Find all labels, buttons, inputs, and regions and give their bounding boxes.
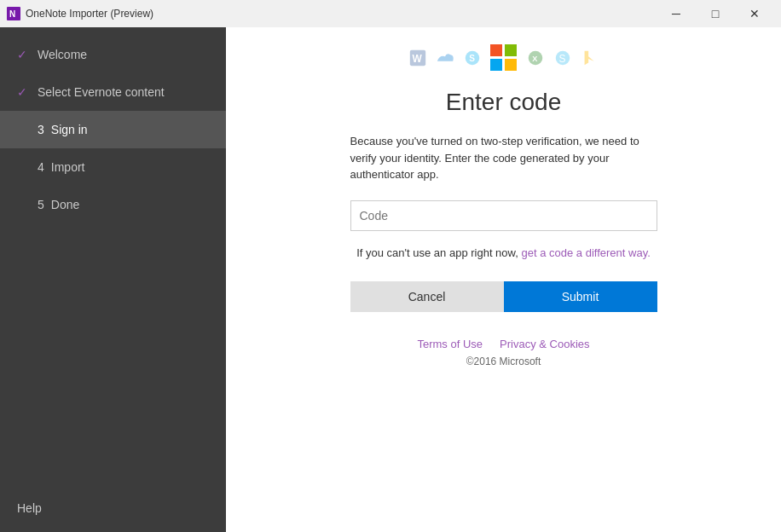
microsoft-logo (490, 44, 518, 72)
sidebar-label-signin: Sign in (51, 123, 88, 136)
sidebar-num-done: 5 (38, 198, 44, 211)
check-icon-select: ✓ (17, 85, 31, 99)
title-bar: N OneNote Importer (Preview) ─ □ ✕ (0, 0, 781, 27)
check-icon-welcome: ✓ (17, 48, 31, 61)
description-text: Because you've turned on two-step verifi… (350, 133, 657, 183)
sidebar-label-done: Done (51, 198, 79, 211)
sidebar-label-welcome: Welcome (38, 48, 87, 61)
onedrive-icon (436, 49, 454, 67)
page-heading: Enter code (446, 89, 561, 116)
maximize-button[interactable]: □ (696, 0, 735, 27)
svg-text:S: S (469, 54, 475, 63)
sidebar-item-signin[interactable]: ✓ 3 Sign in (0, 111, 226, 148)
alt-code-link[interactable]: get a code a different way. (522, 246, 651, 259)
skype2-icon: S (553, 49, 572, 67)
sidebar-num-import: 4 (38, 160, 44, 174)
terms-of-use-link[interactable]: Terms of Use (417, 338, 483, 350)
sidebar-label-select: Select Evernote content (38, 85, 165, 99)
action-buttons: Cancel Submit (350, 281, 657, 312)
footer-links: Terms of Use Privacy & Cookies (417, 338, 589, 350)
ms-logo-red (490, 44, 502, 56)
word-icon: W (408, 49, 427, 67)
close-button[interactable]: ✕ (735, 0, 774, 27)
help-link[interactable]: Help (0, 484, 226, 532)
svg-text:W: W (412, 53, 422, 65)
sidebar-nav: ✓ Welcome ✓ Select Evernote content ✓ 3 … (0, 27, 226, 484)
alt-code-text: If you can't use an app right now, get a… (356, 245, 651, 262)
alt-code-prefix: If you can't use an app right now, (356, 246, 518, 259)
ms-logo-yellow (505, 59, 517, 71)
code-input[interactable] (350, 200, 657, 231)
sidebar: ✓ Welcome ✓ Select Evernote content ✓ 3 … (0, 27, 226, 532)
minimize-button[interactable]: ─ (657, 0, 696, 27)
sidebar-item-import[interactable]: ✓ 4 Import (0, 148, 226, 186)
svg-text:X: X (532, 55, 538, 63)
content-panel: W S X (226, 27, 781, 532)
sidebar-num-signin: 3 (38, 123, 44, 136)
title-bar-left: N OneNote Importer (Preview) (7, 7, 153, 20)
bing-icon (581, 49, 599, 67)
cancel-button[interactable]: Cancel (350, 281, 504, 312)
ms-logo-green (505, 44, 517, 56)
title-bar-title: OneNote Importer (Preview) (26, 8, 153, 20)
sidebar-item-welcome[interactable]: ✓ Welcome (0, 36, 226, 73)
skype-icon: S (463, 49, 482, 67)
title-bar-controls: ─ □ ✕ (657, 0, 774, 27)
sidebar-item-done[interactable]: ✓ 5 Done (0, 186, 226, 223)
app-icon: N (7, 7, 20, 20)
sidebar-item-select[interactable]: ✓ Select Evernote content (0, 73, 226, 111)
svg-text:N: N (9, 9, 15, 19)
main-container: ✓ Welcome ✓ Select Evernote content ✓ 3 … (0, 27, 781, 532)
submit-button[interactable]: Submit (504, 281, 657, 312)
svg-marker-10 (584, 51, 593, 66)
product-icons-row: W S X (408, 44, 599, 72)
ms-logo-blue (490, 59, 502, 71)
copyright-text: ©2016 Microsoft (466, 356, 541, 367)
svg-text:S: S (558, 53, 565, 65)
xbox-icon: X (526, 49, 545, 67)
sidebar-label-import: Import (51, 160, 85, 174)
privacy-cookies-link[interactable]: Privacy & Cookies (500, 338, 589, 350)
